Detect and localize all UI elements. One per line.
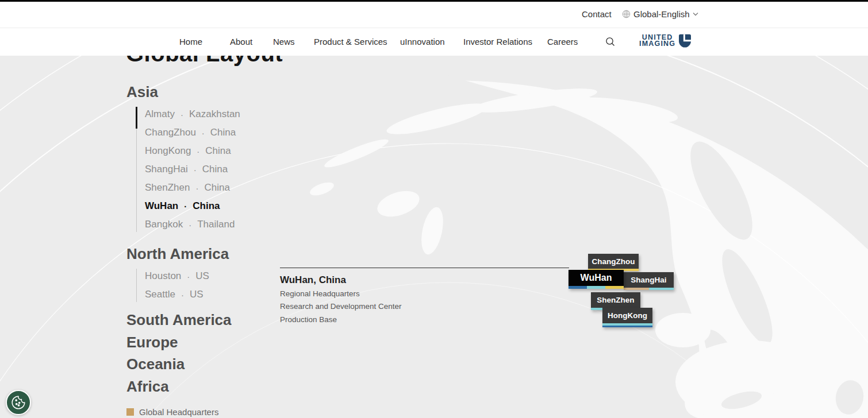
country-name: US [190, 289, 203, 300]
legend-item-global-headquarters: Global Headquarters [126, 407, 218, 417]
search-icon [605, 36, 616, 48]
nav-item-news[interactable]: News [273, 37, 295, 47]
facility-line: Research and Development Center [280, 300, 402, 313]
content-area: Global Layout AsiaAlmaty·KazakhstanChang… [0, 56, 868, 418]
info-city-title: WuHan, China [280, 274, 346, 286]
region-heading-south-america[interactable]: South America [126, 312, 293, 328]
united-imaging-shield-icon [679, 34, 691, 48]
city-name: ShenZhen [145, 182, 190, 193]
facility-color-bar [602, 326, 652, 327]
nav-item-about[interactable]: About [230, 37, 252, 47]
country-name: China [193, 200, 220, 212]
region-heading-europe[interactable]: Europe [126, 334, 293, 350]
facility-line: Regional Headquarters [280, 288, 402, 300]
facility-color-segment [605, 286, 624, 289]
separator-dot: · [194, 165, 197, 175]
logo-wordmark: UNITED IMAGING [639, 34, 675, 47]
facility-color-bar [624, 288, 674, 290]
country-name: China [210, 127, 236, 138]
country-name: China [204, 182, 229, 193]
search-button[interactable] [605, 36, 617, 49]
nav-item-investor-relations[interactable]: Investor Relations [463, 37, 532, 47]
country-name: China [202, 164, 228, 175]
main-nav: HomeAboutNewsProduct & ServicesuInnovati… [0, 29, 868, 56]
city-name: Houston [145, 270, 181, 282]
map-label-text: WuHan [569, 270, 624, 286]
country-name: China [205, 145, 231, 157]
globe-icon [622, 10, 631, 18]
city-name: WuHan [145, 200, 178, 212]
map-label-hongkong[interactable]: HongKong [602, 308, 652, 327]
city-name: Bangkok [145, 219, 183, 230]
city-name: Seattle [145, 289, 175, 300]
legend-color-swatch [126, 408, 134, 416]
language-label: Global-English [633, 9, 690, 19]
map-label-changzhou[interactable]: ChangZhou [588, 254, 639, 271]
site-header: Contact Global-English HomeAboutNewsProd… [0, 2, 868, 56]
facility-color-segment [569, 286, 587, 289]
map-label-text: ShangHai [624, 272, 674, 288]
separator-dot: · [189, 220, 191, 230]
cookie-icon [11, 395, 26, 410]
nav-item-uinnovation[interactable]: uInnovation [400, 37, 445, 47]
regions-list: AsiaAlmaty·KazakhstanChangZhou·ChinaHong… [126, 84, 293, 394]
info-facility-list: Regional Headquarters Research and Devel… [280, 288, 402, 326]
separator-dot: · [187, 272, 190, 281]
country-name: Kazakhstan [189, 109, 240, 120]
city-item-changzhou[interactable]: ChangZhou·China [145, 123, 293, 142]
city-name: HongKong [145, 145, 191, 157]
facility-line: Production Base [280, 314, 402, 326]
country-name: Thailand [197, 219, 235, 230]
page: Contact Global-English HomeAboutNewsProd… [0, 0, 868, 418]
utility-bar: Contact Global-English [0, 2, 868, 28]
city-item-bangkok[interactable]: Bangkok·Thailand [145, 215, 293, 234]
region-heading-asia[interactable]: Asia [126, 84, 293, 100]
language-switcher[interactable]: Global-English [622, 9, 698, 19]
country-name: US [195, 270, 209, 282]
map-label-text: ChangZhou [588, 254, 639, 269]
legend-label: Global Headquarters [139, 407, 218, 417]
list-track-line [136, 269, 137, 302]
separator-dot: · [195, 183, 198, 193]
region-heading-oceania[interactable]: Oceania [126, 356, 293, 372]
separator-dot: · [202, 128, 205, 138]
cookie-consent-button[interactable] [6, 390, 31, 415]
city-name: ChangZhou [145, 127, 196, 138]
separator-dot: · [180, 110, 183, 119]
united-imaging-logo[interactable]: UNITED IMAGING [639, 34, 691, 48]
facility-color-segment [587, 286, 605, 289]
facility-color-segment [602, 326, 652, 327]
map-legend: Global Headquarters [126, 407, 218, 417]
facility-color-segment [649, 288, 674, 290]
city-item-houston[interactable]: Houston·US [145, 267, 293, 285]
nav-item-product-services[interactable]: Product & Services [314, 37, 387, 47]
map-label-text: ShenZhen [591, 292, 640, 308]
nav-item-careers[interactable]: Careers [547, 37, 578, 47]
list-scroll-thumb [136, 107, 137, 129]
separator-dot: · [181, 290, 184, 300]
facility-color-segment [624, 288, 649, 290]
city-item-shanghai[interactable]: ShangHai·China [145, 160, 293, 179]
chevron-down-icon [693, 12, 698, 16]
map-label-shanghai[interactable]: ShangHai [624, 272, 674, 290]
info-leader-line [280, 268, 569, 268]
separator-dot: · [197, 146, 199, 156]
city-item-seattle[interactable]: Seattle·US [145, 285, 293, 304]
city-item-almaty[interactable]: Almaty·Kazakhstan [145, 105, 293, 123]
facility-color-bar [569, 286, 624, 289]
region-heading-north-america[interactable]: North America [126, 246, 293, 262]
map-label-text: HongKong [602, 308, 652, 323]
city-item-shenzhen[interactable]: ShenZhen·China [145, 179, 293, 197]
city-item-wuhan[interactable]: WuHan·China [145, 197, 293, 215]
separator-dot: · [184, 202, 187, 211]
contact-link[interactable]: Contact [582, 9, 612, 19]
city-name: Almaty [145, 109, 175, 120]
city-list-north-america: Houston·USSeattle·US [126, 267, 293, 304]
map-label-wuhan[interactable]: WuHan [569, 270, 624, 289]
region-heading-africa[interactable]: Africa [126, 378, 293, 394]
top-border [0, 0, 868, 2]
city-item-hongkong[interactable]: HongKong·China [145, 142, 293, 160]
nav-item-home[interactable]: Home [179, 37, 202, 47]
city-name: ShangHai [145, 164, 188, 175]
city-list-asia: Almaty·KazakhstanChangZhou·ChinaHongKong… [126, 105, 293, 234]
